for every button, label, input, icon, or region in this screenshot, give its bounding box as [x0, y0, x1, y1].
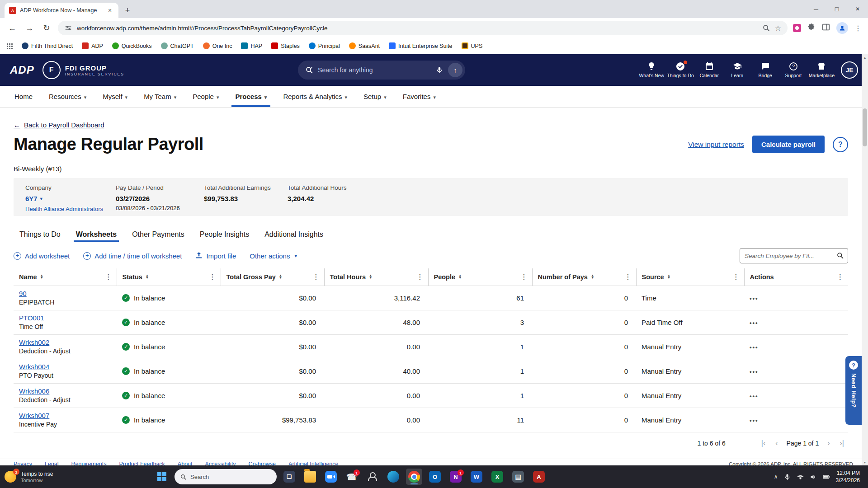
scroll-up-arrow[interactable]: ▲ — [862, 54, 868, 61]
global-search-input[interactable] — [318, 66, 431, 74]
first-page-button[interactable] — [760, 439, 767, 447]
nav-favorites[interactable]: Favorites — [395, 86, 444, 107]
nav-people[interactable]: People — [184, 86, 227, 107]
back-button[interactable]: ← — [6, 23, 18, 33]
add-time-worksheet-button[interactable]: Add time / time off worksheet — [83, 252, 182, 260]
edge-button[interactable] — [385, 469, 401, 485]
tab-people-insights[interactable]: People Insights — [194, 227, 255, 242]
window-maximize-button[interactable] — [826, 0, 847, 18]
column-menu-icon[interactable] — [835, 273, 845, 281]
zoom-app-button[interactable] — [323, 469, 339, 485]
bookmark-saasant[interactable]: SaasAnt — [349, 42, 380, 49]
tab-close-icon[interactable] — [106, 6, 114, 14]
zoom-icon[interactable] — [762, 24, 770, 32]
back-to-payroll-dashboard-link[interactable]: Back to Payroll Dashboard — [14, 121, 104, 129]
tab-worksheets[interactable]: Worksheets — [70, 227, 123, 242]
nav-process[interactable]: Process — [227, 86, 275, 107]
nav-home[interactable]: Home — [6, 86, 41, 107]
learn-button[interactable]: Learn — [725, 62, 750, 78]
bookmark-quickbooks[interactable]: QuickBooks — [112, 42, 152, 49]
nav-my-team[interactable]: My Team — [136, 86, 184, 107]
footer-legal-link[interactable]: Legal — [45, 460, 59, 465]
tab-additional-insights[interactable]: Additional Insights — [259, 227, 329, 242]
bookmark-principal[interactable]: Principal — [309, 42, 340, 49]
bookmark-staples[interactable]: Staples — [271, 42, 300, 49]
apps-grid-icon[interactable] — [6, 43, 13, 49]
column-menu-icon[interactable] — [208, 273, 218, 281]
worksheet-link[interactable]: PTO001 — [19, 314, 44, 322]
calculate-payroll-button[interactable]: Calculate payroll — [752, 136, 825, 153]
phone-link-button[interactable]: 1 — [344, 469, 360, 485]
bridge-button[interactable]: Bridge — [753, 62, 778, 78]
column-menu-icon[interactable] — [623, 273, 633, 281]
previous-page-button[interactable] — [774, 439, 779, 447]
sort-icon[interactable] — [146, 275, 149, 279]
row-actions-button[interactable] — [750, 393, 759, 399]
reload-button[interactable]: ↻ — [41, 23, 52, 33]
scrollbar-thumb[interactable] — [863, 108, 867, 146]
chrome-button[interactable] — [406, 469, 422, 485]
whats-new-button[interactable]: What's New — [639, 62, 664, 78]
worksheet-link[interactable]: 90 — [19, 290, 27, 297]
outlook-button[interactable] — [427, 469, 443, 485]
column-menu-icon[interactable] — [731, 273, 741, 281]
company-code-dropdown[interactable]: 6Y7 — [25, 195, 42, 202]
scroll-down-arrow[interactable]: ▼ — [862, 459, 868, 465]
sort-icon[interactable] — [667, 275, 670, 279]
global-search-bar[interactable] — [298, 61, 465, 80]
column-menu-icon[interactable] — [104, 273, 114, 281]
footer-accessibility-link[interactable]: Accessibility — [205, 460, 236, 465]
new-tab-button[interactable] — [121, 4, 134, 17]
window-minimize-button[interactable] — [806, 0, 826, 18]
taskbar-clock[interactable]: 12:04 PM 3/24/2026 — [836, 469, 860, 484]
column-header-source[interactable]: Source — [636, 268, 744, 286]
row-actions-button[interactable] — [750, 295, 759, 302]
column-menu-icon[interactable] — [519, 273, 529, 281]
microphone-icon[interactable] — [435, 66, 443, 74]
row-actions-button[interactable] — [750, 417, 759, 424]
row-actions-button[interactable] — [750, 319, 759, 326]
company-name-link[interactable]: Health Alliance Administrators — [25, 206, 103, 212]
need-help-tab[interactable]: Need Help? — [845, 356, 862, 425]
nav-reports-analytics[interactable]: Reports & Analytics — [275, 86, 355, 107]
footer-about-link[interactable]: About — [178, 460, 193, 465]
forward-button[interactable]: → — [24, 23, 35, 33]
footer-requirements-link[interactable]: Requirements — [71, 460, 107, 465]
battery-icon[interactable] — [823, 473, 830, 481]
column-header-total-gross-pay[interactable]: Total Gross Pay — [221, 268, 324, 286]
column-menu-icon[interactable] — [415, 273, 425, 281]
footer-product-feedback-link[interactable]: Product Feedback — [119, 460, 165, 465]
calendar-button[interactable]: Calendar — [697, 62, 722, 78]
tab-other-payments[interactable]: Other Payments — [126, 227, 190, 242]
bookmark-adp[interactable]: ADP — [82, 42, 103, 49]
excel-button[interactable] — [489, 469, 505, 485]
sort-icon[interactable] — [369, 275, 372, 279]
browser-profile-icon[interactable] — [836, 22, 848, 34]
contacts-button[interactable] — [364, 469, 381, 485]
bookmark-intuit-enterprise-suite[interactable]: Intuit Enterprise Suite — [389, 42, 453, 49]
microphone-icon[interactable] — [783, 473, 791, 481]
add-worksheet-button[interactable]: Add worksheet — [14, 252, 70, 260]
employee-search-input[interactable] — [740, 248, 848, 263]
tray-overflow-icon[interactable] — [774, 474, 778, 480]
taskbar-search[interactable] — [175, 469, 277, 484]
site-settings-icon[interactable] — [64, 24, 72, 32]
column-header-actions[interactable]: Actions — [744, 268, 848, 286]
support-button[interactable]: ? Support — [781, 62, 806, 78]
bookmark-ups[interactable]: UPS — [462, 42, 483, 49]
url-text[interactable]: workforcenow.adp.com/theme/admin.html#/P… — [77, 25, 758, 32]
weather-widget[interactable]: 1 Temps to rise Tomorrow — [5, 471, 95, 483]
column-header-total-hours[interactable]: Total Hours — [324, 268, 428, 286]
worksheet-link[interactable]: Wrksh002 — [19, 338, 49, 346]
column-header-name[interactable]: Name — [14, 268, 117, 286]
user-avatar[interactable]: JE — [841, 61, 858, 79]
row-actions-button[interactable] — [750, 368, 759, 375]
bookmark-chatgpt[interactable]: ChatGPT — [161, 42, 194, 49]
sort-icon[interactable] — [591, 275, 594, 279]
other-actions-dropdown[interactable]: Other actions — [250, 252, 297, 260]
wifi-icon[interactable] — [797, 473, 804, 481]
view-input-reports-link[interactable]: View input reports — [688, 141, 744, 149]
footer-ai-link[interactable]: Artificial Intelligence — [288, 460, 338, 465]
worksheet-link[interactable]: Wrksh007 — [19, 412, 49, 419]
volume-icon[interactable] — [810, 473, 817, 481]
